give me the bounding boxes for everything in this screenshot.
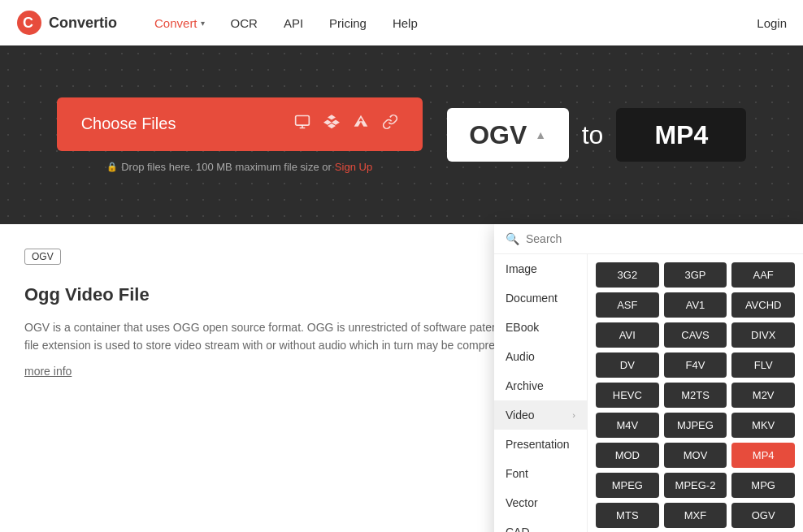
source-format-selector[interactable]: OGV ▲	[447, 108, 569, 162]
logo[interactable]: C Convertio	[16, 10, 117, 36]
format-btn-f4v[interactable]: F4V	[664, 353, 727, 378]
format-btn-mxf[interactable]: MXF	[664, 503, 727, 528]
nav-ocr[interactable]: OCR	[218, 0, 271, 45]
format-btn-3g2[interactable]: 3G2	[596, 262, 659, 288]
svg-text:C: C	[23, 15, 33, 31]
category-item-archive[interactable]: Archive	[494, 371, 587, 400]
format-btn-m2ts[interactable]: M2TS	[664, 383, 727, 408]
search-input[interactable]	[526, 232, 792, 245]
dropdown-body: ImageDocumentEBookAudioArchiveVideo›Pres…	[494, 254, 803, 532]
format-btn-mp4[interactable]: MP4	[731, 443, 795, 468]
format-row: DVF4VFLV	[596, 353, 795, 378]
format-dropdown: 🔍 ImageDocumentEBookAudioArchiveVideo›Pr…	[494, 224, 803, 532]
format-row: ASFAV1AVCHD	[596, 292, 795, 318]
category-item-vector[interactable]: Vector	[494, 488, 587, 517]
to-label: to	[582, 120, 604, 150]
file-upload-icon	[294, 114, 310, 134]
category-item-presentation[interactable]: Presentation	[494, 430, 587, 459]
format-btn-aaf[interactable]: AAF	[731, 262, 795, 288]
format-row: 3G23GPAAF	[596, 262, 795, 288]
format-btn-3gp[interactable]: 3GP	[664, 262, 727, 288]
dropbox-icon	[323, 114, 340, 134]
format-btn-mjpeg[interactable]: MJPEG	[664, 413, 727, 438]
nav-convert[interactable]: Convert ▾	[141, 0, 218, 45]
hero-section: Choose Files	[0, 45, 803, 224]
upload-icons	[294, 114, 398, 134]
main-nav: Convert ▾ OCR API Pricing Help	[141, 0, 757, 45]
nav-pricing[interactable]: Pricing	[316, 0, 380, 45]
format-grid: 3G23GPAAFASFAV1AVCHDAVICAVSDIVXDVF4VFLVH…	[588, 254, 803, 532]
format-btn-mts[interactable]: MTS	[596, 503, 659, 528]
header: C Convertio Convert ▾ OCR API Pricing He…	[0, 0, 803, 45]
format-btn-mpeg[interactable]: MPEG	[596, 473, 659, 498]
nav-api[interactable]: API	[271, 0, 316, 45]
format-btn-m2v[interactable]: M2V	[731, 383, 795, 408]
svg-rect-2	[295, 116, 309, 126]
format-btn-dv[interactable]: DV	[596, 353, 659, 378]
format-btn-asf[interactable]: ASF	[596, 292, 659, 318]
format-btn-hevc[interactable]: HEVC	[596, 383, 659, 408]
format-btn-avchd[interactable]: AVCHD	[731, 292, 795, 318]
source-format-arrow: ▲	[535, 128, 546, 141]
sign-up-link[interactable]: Sign Up	[335, 161, 372, 173]
chevron-down-icon: ▾	[201, 19, 205, 28]
category-list: ImageDocumentEBookAudioArchiveVideo›Pres…	[494, 254, 588, 532]
format-btn-m4v[interactable]: M4V	[596, 413, 659, 438]
category-item-cad[interactable]: CAD	[494, 517, 587, 532]
format-btn-cavs[interactable]: CAVS	[664, 322, 727, 348]
search-box: 🔍	[494, 224, 803, 254]
target-format-label: MP4	[654, 120, 708, 150]
format-row: MPEGMPEG-2MPG	[596, 473, 795, 498]
choose-files-button[interactable]: Choose Files	[57, 97, 423, 151]
format-row: AVICAVSDIVX	[596, 322, 795, 348]
gdrive-icon	[353, 114, 369, 134]
format-btn-divx[interactable]: DIVX	[731, 322, 795, 348]
nav-help[interactable]: Help	[380, 0, 431, 45]
category-item-audio[interactable]: Audio	[494, 342, 587, 371]
format-row: HEVCM2TSM2V	[596, 383, 795, 408]
category-item-document[interactable]: Document	[494, 283, 587, 313]
drop-hint: 🔒 Drop files here. 100 MB maximum file s…	[106, 161, 372, 173]
chevron-right-icon: ›	[572, 410, 575, 420]
format-btn-avi[interactable]: AVI	[596, 322, 659, 348]
format-badge: OGV	[24, 249, 61, 265]
format-row: MODMOVMP4	[596, 443, 795, 468]
format-btn-mkv[interactable]: MKV	[731, 413, 795, 438]
category-item-font[interactable]: Font	[494, 459, 587, 488]
format-btn-flv[interactable]: FLV	[731, 353, 795, 378]
format-btn-mpg[interactable]: MPG	[731, 473, 795, 498]
main-content: OGV Convert to OGV › Ogg Video File OGV …	[0, 224, 803, 532]
search-icon: 🔍	[506, 232, 519, 245]
logo-text: Convertio	[49, 15, 117, 32]
category-item-image[interactable]: Image	[494, 254, 587, 283]
more-info-link[interactable]: more info	[24, 365, 72, 378]
format-btn-av1[interactable]: AV1	[664, 292, 727, 318]
format-row: M4VMJPEGMKV	[596, 413, 795, 438]
source-format-label: OGV	[469, 120, 527, 150]
format-row: MTSMXFOGV	[596, 503, 795, 528]
category-item-video[interactable]: Video›	[494, 400, 587, 430]
link-icon	[382, 114, 398, 134]
lock-icon: 🔒	[106, 162, 118, 172]
logo-icon: C	[16, 10, 42, 36]
format-btn-ogv[interactable]: OGV	[731, 503, 795, 528]
format-btn-mpeg2[interactable]: MPEG-2	[664, 473, 727, 498]
format-btn-mov[interactable]: MOV	[664, 443, 727, 468]
target-format-selector[interactable]: MP4	[616, 108, 746, 162]
upload-area: Choose Files	[57, 97, 423, 173]
category-item-ebook[interactable]: EBook	[494, 313, 587, 342]
format-btn-mod[interactable]: MOD	[596, 443, 659, 468]
conversion-selector: OGV ▲ to MP4	[447, 108, 747, 162]
login-button[interactable]: Login	[757, 16, 787, 30]
